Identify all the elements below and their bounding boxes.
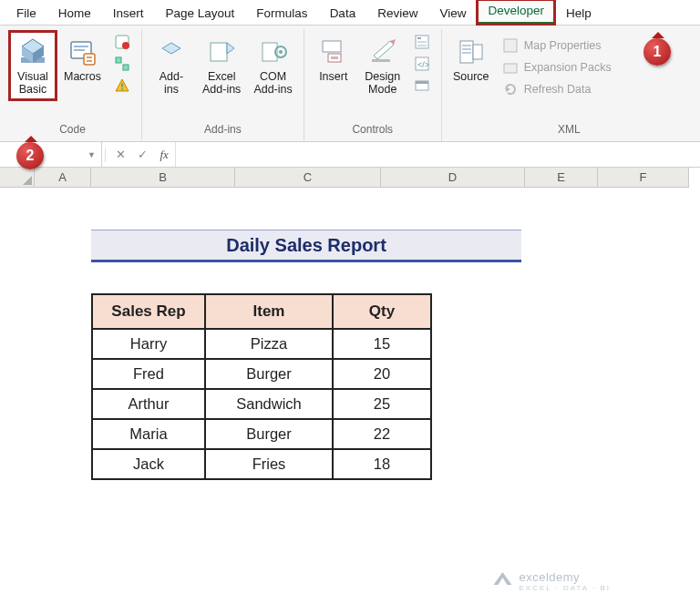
table-row[interactable]: FredBurger20 xyxy=(92,359,431,389)
chevron-down-icon[interactable]: ▼ xyxy=(88,150,96,159)
svg-rect-23 xyxy=(323,41,341,52)
tab-view[interactable]: View xyxy=(428,2,477,25)
tab-home[interactable]: Home xyxy=(47,2,102,25)
insert-control-label: Insert xyxy=(319,71,347,84)
view-code-icon: </> xyxy=(414,56,430,72)
colhdr-B[interactable]: B xyxy=(91,168,235,188)
tab-developer[interactable]: Developer xyxy=(477,0,555,25)
group-label-addins: Add-ins xyxy=(204,121,242,139)
svg-rect-16 xyxy=(121,88,123,90)
tab-insert[interactable]: Insert xyxy=(102,2,155,25)
colhdr-D[interactable]: D xyxy=(381,168,525,188)
svg-rect-40 xyxy=(462,48,471,50)
source-label: Source xyxy=(453,71,489,84)
svg-rect-7 xyxy=(84,54,95,65)
visual-basic-icon xyxy=(16,35,49,69)
rowhdr[interactable]: 1 xyxy=(0,188,35,215)
insert-control-button[interactable]: Insert xyxy=(310,31,357,87)
svg-rect-28 xyxy=(372,59,390,62)
table-row[interactable]: ArthurSandwich25 xyxy=(92,389,431,419)
com-addins-button[interactable]: COMAdd-ins xyxy=(248,31,297,100)
tab-page-layout[interactable]: Page Layout xyxy=(155,2,246,25)
macros-icon xyxy=(67,35,97,69)
svg-marker-19 xyxy=(227,43,234,54)
macro-security-button[interactable] xyxy=(108,75,136,97)
run-dialog-icon xyxy=(414,77,430,94)
record-macro-icon xyxy=(114,34,130,50)
cancel-formula-button[interactable]: ✕ xyxy=(109,148,131,161)
visual-basic-label: VisualBasic xyxy=(17,71,48,97)
table-header-row: Sales Rep Item Qty xyxy=(92,294,431,329)
tab-file[interactable]: File xyxy=(5,2,47,25)
design-mode-button[interactable]: DesignMode xyxy=(359,31,407,100)
svg-marker-17 xyxy=(162,43,180,54)
source-icon xyxy=(457,35,486,69)
th-item: Item xyxy=(205,294,333,329)
colhdr-F[interactable]: F xyxy=(598,168,689,188)
warning-icon xyxy=(114,77,130,94)
table-row[interactable]: MariaBurger22 xyxy=(92,419,431,449)
colhdr-C[interactable]: C xyxy=(235,168,381,188)
watermark-brand: exceldemy xyxy=(519,570,580,584)
svg-rect-38 xyxy=(473,45,482,59)
svg-text:</>: </> xyxy=(417,60,429,69)
enter-formula-button[interactable]: ✓ xyxy=(131,148,153,161)
tab-data[interactable]: Data xyxy=(319,2,367,25)
excel-addins-button[interactable]: ExcelAdd-ins xyxy=(197,31,246,100)
colhdr-A[interactable]: A xyxy=(35,168,91,188)
svg-rect-43 xyxy=(504,64,517,73)
rowhdr[interactable]: 5 xyxy=(0,353,35,388)
watermark-logo-icon xyxy=(493,572,511,590)
svg-rect-30 xyxy=(417,37,421,39)
svg-rect-12 xyxy=(116,57,121,63)
run-dialog-button[interactable] xyxy=(408,75,436,97)
data-table: Sales Rep Item Qty HarryPizza15 FredBurg… xyxy=(91,293,432,480)
svg-rect-25 xyxy=(331,56,338,59)
view-code-button[interactable]: </> xyxy=(408,53,436,75)
macros-button[interactable]: Macros xyxy=(58,31,107,87)
rowhdr[interactable]: 3 xyxy=(0,270,35,297)
svg-rect-41 xyxy=(462,52,471,54)
formula-bar: ▼ │ ✕ ✓ fx xyxy=(0,142,700,168)
select-all-corner[interactable] xyxy=(0,168,35,188)
name-box[interactable]: ▼ xyxy=(0,142,102,167)
source-button[interactable]: Source xyxy=(448,31,495,87)
insert-control-icon xyxy=(319,35,348,69)
ribbon-group-addins: Add-ins ExcelAdd-ins COMAdd-ins Add-ins xyxy=(142,29,304,141)
tab-help[interactable]: Help xyxy=(555,2,602,25)
rowhdr[interactable]: 6 xyxy=(0,397,35,432)
ribbon-group-controls: Insert DesignMode </> Controls xyxy=(304,29,442,141)
insert-function-button[interactable]: fx xyxy=(153,148,175,162)
sheet-grid: A B C D E F xyxy=(0,168,700,188)
com-addins-label: COMAdd-ins xyxy=(253,71,292,97)
rowhdr[interactable]: 9 xyxy=(0,528,35,563)
table-row[interactable]: JackFries18 xyxy=(92,449,431,479)
map-properties-button: Map Properties xyxy=(497,35,617,56)
properties-button[interactable] xyxy=(408,31,436,53)
record-macro-button[interactable] xyxy=(108,31,136,53)
watermark-sub: EXCEL · DATA · BI xyxy=(519,584,611,592)
svg-point-11 xyxy=(122,42,129,49)
tab-formulas[interactable]: Formulas xyxy=(245,2,318,25)
relative-refs-icon xyxy=(114,56,130,72)
refresh-data-button: Refresh Data xyxy=(497,78,617,100)
rowhdr[interactable]: 2 xyxy=(0,224,35,261)
svg-rect-15 xyxy=(121,83,123,87)
visual-basic-button[interactable]: VisualBasic xyxy=(9,31,57,100)
rowhdr[interactable]: 8 xyxy=(0,485,35,519)
ribbon: VisualBasic Macros Code Add-ins xyxy=(0,26,700,142)
sheet-area[interactable]: 1 2 3 4 5 6 7 8 9 10 Daily Sales Report … xyxy=(0,188,700,614)
tab-review[interactable]: Review xyxy=(366,2,428,25)
rowhdr[interactable]: 10 xyxy=(0,572,35,614)
rowhdr[interactable]: 7 xyxy=(0,441,35,476)
th-sales-rep: Sales Rep xyxy=(92,294,205,329)
formula-input[interactable] xyxy=(175,142,700,167)
colhdr-E[interactable]: E xyxy=(525,168,598,188)
rowhdr[interactable]: 4 xyxy=(0,306,35,344)
addins-button[interactable]: Add-ins xyxy=(148,31,195,100)
svg-rect-18 xyxy=(211,43,227,61)
use-relative-refs-button[interactable] xyxy=(108,53,136,75)
svg-marker-44 xyxy=(506,87,510,92)
table-row[interactable]: HarryPizza15 xyxy=(92,329,431,359)
svg-rect-36 xyxy=(416,81,428,84)
